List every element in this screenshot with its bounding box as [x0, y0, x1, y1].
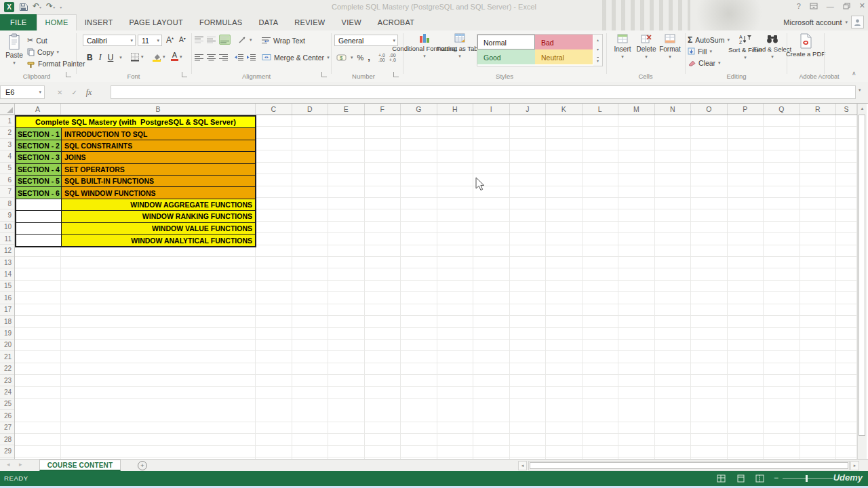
name-box[interactable]: E6 ▾: [0, 85, 45, 99]
row-header-8[interactable]: 8: [0, 198, 14, 209]
accounting-format-icon[interactable]: $: [336, 54, 347, 62]
row-header-16[interactable]: 16: [0, 292, 14, 304]
copy-dropdown-icon[interactable]: ▾: [57, 49, 60, 55]
font-color-dropdown-icon[interactable]: ▾: [180, 54, 182, 60]
gallery-more-icon[interactable]: ▾: [597, 57, 599, 63]
zoom-slider[interactable]: [783, 478, 833, 479]
bottom-align-icon[interactable]: [219, 35, 231, 45]
row-header-6[interactable]: 6: [0, 174, 14, 186]
ribbon-options-icon[interactable]: [810, 3, 818, 9]
row-header-22[interactable]: 22: [0, 363, 14, 375]
column-header-C[interactable]: C: [256, 104, 292, 115]
cell-table-title[interactable]: Complete SQL Mastery (with PostgreSQL & …: [16, 117, 255, 128]
normal-view-icon[interactable]: [717, 474, 726, 483]
row-header-24[interactable]: 24: [0, 386, 14, 398]
fill-color-icon[interactable]: [152, 52, 161, 62]
paste-dropdown-icon[interactable]: ▾: [13, 60, 16, 66]
row-header-11[interactable]: 11: [0, 233, 14, 245]
clipboard-dialog-launcher[interactable]: [66, 72, 71, 77]
cell-topic-11[interactable]: WINDOW ANALYTICAL FUNCTIONS: [62, 235, 255, 246]
style-gallery-item-normal[interactable]: Normal: [477, 35, 535, 49]
gallery-down-icon[interactable]: ▾: [597, 47, 599, 52]
name-box-dropdown-icon[interactable]: ▾: [39, 89, 41, 95]
row-header-13[interactable]: 13: [0, 257, 14, 268]
row-header-27[interactable]: 27: [0, 422, 14, 434]
top-align-icon[interactable]: [195, 36, 203, 43]
horizontal-scrollbar[interactable]: [528, 461, 850, 470]
cell-section-10[interactable]: [16, 223, 62, 234]
grid-body[interactable]: Complete SQL Mastery (with PostgreSQL & …: [15, 115, 857, 459]
decrease-indent-icon[interactable]: [235, 54, 243, 61]
delete-cells-button[interactable]: Delete▾: [635, 34, 657, 60]
shrink-font-icon[interactable]: A▾: [179, 36, 186, 43]
row-header-23[interactable]: 23: [0, 375, 14, 386]
page-break-view-icon[interactable]: [755, 474, 764, 483]
underline-dropdown-icon[interactable]: ▾: [119, 55, 122, 60]
increase-indent-icon[interactable]: [247, 54, 256, 61]
grow-font-icon[interactable]: A▴: [166, 35, 174, 45]
format-cells-button[interactable]: Format▾: [659, 34, 681, 60]
account-area[interactable]: Microsoft account ▾: [783, 16, 864, 28]
column-header-Q[interactable]: Q: [764, 104, 800, 115]
font-size-select[interactable]: 11▾: [138, 35, 162, 46]
cell-topic-2[interactable]: INTRODUCTION TO SQL: [62, 128, 255, 139]
cell-section-6[interactable]: SECTION - 5: [16, 176, 62, 186]
horizontal-scroll-thumb[interactable]: [530, 462, 848, 469]
cell-topic-3[interactable]: SQL CONSTRAINTS: [62, 140, 255, 151]
cell-section-2[interactable]: SECTION - 1: [16, 128, 62, 139]
scroll-up-icon[interactable]: ▴: [858, 104, 867, 113]
cell-section-5[interactable]: SECTION - 4: [16, 164, 62, 175]
align-center-icon[interactable]: [207, 54, 216, 61]
font-name-select[interactable]: Calibri▾: [83, 35, 136, 46]
column-header-F[interactable]: F: [365, 104, 401, 115]
align-left-icon[interactable]: [195, 54, 203, 61]
style-gallery-item-good[interactable]: Good: [477, 49, 535, 64]
column-header-D[interactable]: D: [292, 104, 329, 115]
number-format-select[interactable]: General▾: [334, 35, 398, 46]
sheet-tab-course-content[interactable]: COURSE CONTENT: [39, 460, 121, 471]
row-header-14[interactable]: 14: [0, 268, 14, 280]
expand-formula-bar-icon[interactable]: ▾: [859, 87, 861, 93]
close-icon[interactable]: ✕: [859, 1, 865, 10]
tab-formulas[interactable]: FORMULAS: [191, 14, 251, 30]
row-header-20[interactable]: 20: [0, 340, 14, 351]
format-as-table-button[interactable]: Format as Table ▾: [444, 33, 475, 59]
bold-button[interactable]: B: [87, 53, 93, 62]
comma-style-icon[interactable]: ,: [368, 52, 370, 62]
tab-page-layout[interactable]: PAGE LAYOUT: [121, 14, 191, 30]
column-header-L[interactable]: L: [583, 104, 619, 115]
tab-view[interactable]: VIEW: [334, 14, 370, 30]
insert-function-icon[interactable]: fx: [86, 87, 92, 98]
redo-dropdown-icon[interactable]: ▾: [53, 5, 55, 9]
column-header-R[interactable]: R: [800, 104, 837, 115]
row-header-19[interactable]: 19: [0, 327, 14, 339]
cell-section-4[interactable]: SECTION - 3: [16, 152, 62, 163]
font-color-icon[interactable]: A: [171, 52, 178, 61]
fill-button[interactable]: Fill ▾: [688, 46, 712, 56]
cell-section-8[interactable]: [16, 199, 62, 210]
font-dialog-launcher[interactable]: [182, 72, 187, 77]
cell-section-3[interactable]: SECTION - 2: [16, 140, 62, 151]
help-icon[interactable]: ?: [797, 2, 801, 10]
row-header-26[interactable]: 26: [0, 410, 14, 422]
row-header-18[interactable]: 18: [0, 316, 14, 327]
decrease-decimal-icon[interactable]: .00+.0: [389, 53, 396, 62]
restore-icon[interactable]: [843, 3, 850, 9]
dropdown-icon[interactable]: ▾: [645, 54, 648, 60]
collapse-ribbon-icon[interactable]: ∧: [852, 70, 856, 77]
tab-home[interactable]: HOME: [37, 14, 76, 30]
cancel-icon[interactable]: ✕: [57, 89, 62, 96]
row-header-25[interactable]: 25: [0, 399, 14, 410]
increase-decimal-icon[interactable]: +.0.00: [378, 53, 385, 62]
tab-insert[interactable]: INSERT: [77, 14, 121, 30]
dropdown-icon[interactable]: ▾: [621, 54, 624, 60]
column-header-A[interactable]: A: [15, 104, 61, 115]
row-header-12[interactable]: 12: [0, 245, 14, 256]
find-select-button[interactable]: Find & Select ▾: [760, 34, 785, 60]
column-header-G[interactable]: G: [401, 104, 437, 115]
customize-qat-icon[interactable]: ▾: [60, 5, 62, 9]
cell-topic-5[interactable]: SET OPERATORS: [62, 164, 255, 175]
column-header-S[interactable]: S: [836, 104, 857, 115]
italic-button[interactable]: I: [99, 52, 102, 62]
cell-topic-6[interactable]: SQL BUILT-IN FUNCTIONS: [62, 176, 255, 186]
